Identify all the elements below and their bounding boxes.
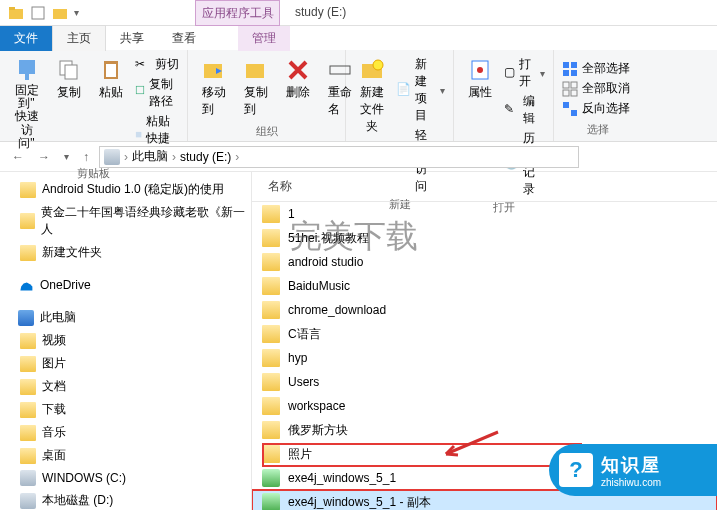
file-row[interactable]: android studio <box>252 250 717 274</box>
cut-button[interactable]: ✂剪切 <box>135 56 179 73</box>
select-all-button[interactable]: 全部选择 <box>562 60 630 77</box>
file-row[interactable]: workspace <box>252 394 717 418</box>
svg-rect-26 <box>571 90 577 96</box>
chevron-right-icon[interactable]: › <box>172 150 176 164</box>
properties-icon <box>468 58 492 82</box>
ribbon: 固定到" 快速访问" 复制 粘贴 ✂剪切 复制路径 粘贴快捷方式 剪贴板 移动到… <box>0 50 717 142</box>
nav-tree[interactable]: Android Studio 1.0 (稳定版)的使用黄金二十年国粤语经典珍藏老… <box>0 172 252 510</box>
scissors-icon: ✂ <box>135 57 151 73</box>
tab-view[interactable]: 查看 <box>158 26 210 51</box>
svg-point-16 <box>373 60 383 70</box>
svg-rect-3 <box>53 9 67 19</box>
file-row[interactable]: hyp <box>252 346 717 370</box>
folder-icon <box>262 421 280 439</box>
file-row[interactable]: chrome_download <box>252 298 717 322</box>
file-row[interactable]: 俄罗斯方块 <box>252 418 717 442</box>
nav-up-button[interactable]: ↑ <box>79 148 93 166</box>
folder-icon <box>262 397 280 415</box>
folder-icon <box>20 356 36 372</box>
nav-recent-button[interactable]: ▾ <box>60 149 73 164</box>
tree-item[interactable]: 本地磁盘 (D:) <box>0 489 251 510</box>
qat-properties-icon[interactable] <box>30 5 46 21</box>
pin-button[interactable]: 固定到" 快速访问" <box>8 54 45 154</box>
svg-rect-24 <box>571 82 577 88</box>
file-name: workspace <box>288 399 345 413</box>
chevron-right-icon[interactable]: › <box>124 150 128 164</box>
chevron-right-icon[interactable]: › <box>235 150 239 164</box>
svg-rect-23 <box>563 82 569 88</box>
tree-item[interactable]: 图片 <box>0 352 251 375</box>
tree-item-label: 图片 <box>42 355 66 372</box>
invert-selection-button[interactable]: 反向选择 <box>562 100 630 117</box>
tree-item-label: 黄金二十年国粤语经典珍藏老歌《新一人 <box>41 204 247 238</box>
new-folder-button[interactable]: 新建 文件夹 <box>354 54 390 139</box>
tree-item-label: 视频 <box>42 332 66 349</box>
window-title: study (E:) <box>295 5 346 19</box>
tree-item[interactable]: 视频 <box>0 329 251 352</box>
column-headers[interactable]: 名称 <box>252 172 717 202</box>
delete-button[interactable]: 删除 <box>280 54 316 105</box>
svg-point-18 <box>477 67 483 73</box>
properties-button[interactable]: 属性 <box>462 54 498 105</box>
tree-item[interactable]: 文档 <box>0 375 251 398</box>
drive-icon <box>104 149 120 165</box>
tree-item[interactable]: WINDOWS (C:) <box>0 467 251 489</box>
folder-icon <box>20 448 36 464</box>
file-row[interactable]: BaiduMusic <box>252 274 717 298</box>
edit-button[interactable]: ✎编辑 <box>504 93 545 127</box>
file-row[interactable]: C语言 <box>252 322 717 346</box>
address-bar[interactable]: › 此电脑 › study (E:) › <box>99 146 579 168</box>
exe-icon <box>262 493 280 510</box>
file-row[interactable]: 51hei.视频教程 <box>252 226 717 250</box>
svg-rect-25 <box>563 90 569 96</box>
nav-back-button[interactable]: ← <box>8 148 28 166</box>
qat-dropdown-icon[interactable]: ▾ <box>74 7 79 18</box>
folder-icon <box>20 213 35 229</box>
breadcrumb-drive[interactable]: study (E:) <box>180 150 231 164</box>
contextual-tab-header: 应用程序工具 <box>195 0 280 26</box>
tree-item[interactable]: OneDrive <box>0 274 251 296</box>
svg-rect-9 <box>106 64 116 77</box>
tree-item[interactable]: 桌面 <box>0 444 251 467</box>
copy-button[interactable]: 复制 <box>51 54 87 105</box>
select-none-icon <box>562 81 578 97</box>
svg-rect-27 <box>563 102 569 108</box>
paste-button[interactable]: 粘贴 <box>93 54 129 105</box>
open-button[interactable]: ▢打开▾ <box>504 56 545 90</box>
open-icon: ▢ <box>504 65 515 81</box>
tree-item[interactable]: 下载 <box>0 398 251 421</box>
folder-icon <box>262 445 280 463</box>
copy-to-button[interactable]: 复制到 <box>238 54 274 122</box>
tree-item-label: OneDrive <box>40 278 91 292</box>
svg-rect-28 <box>571 110 577 116</box>
tab-manage[interactable]: 管理 <box>238 26 290 51</box>
select-none-button[interactable]: 全部取消 <box>562 80 630 97</box>
file-row[interactable]: 1 <box>252 202 717 226</box>
tree-item[interactable]: 新建文件夹 <box>0 241 251 264</box>
move-to-button[interactable]: 移动到 <box>196 54 232 122</box>
svg-rect-21 <box>563 70 569 76</box>
new-item-button[interactable]: 📄新建项目▾ <box>396 56 445 124</box>
column-name[interactable]: 名称 <box>262 176 562 197</box>
tab-home[interactable]: 主页 <box>52 25 106 51</box>
copy-icon <box>57 58 81 82</box>
svg-rect-5 <box>25 74 29 80</box>
tree-item-label: 新建文件夹 <box>42 244 102 261</box>
tab-file[interactable]: 文件 <box>0 26 52 51</box>
tree-item[interactable]: 黄金二十年国粤语经典珍藏老歌《新一人 <box>0 201 251 241</box>
folder-icon <box>20 333 36 349</box>
file-name: chrome_download <box>288 303 386 317</box>
tab-share[interactable]: 共享 <box>106 26 158 51</box>
breadcrumb-pc[interactable]: 此电脑 <box>132 148 168 165</box>
folder-icon <box>20 379 36 395</box>
qat-new-folder-icon[interactable] <box>52 5 68 21</box>
svg-rect-7 <box>65 65 77 79</box>
tree-item[interactable]: 此电脑 <box>0 306 251 329</box>
tree-item[interactable]: 音乐 <box>0 421 251 444</box>
drive-icon <box>20 493 36 509</box>
file-name: BaiduMusic <box>288 279 350 293</box>
file-row[interactable]: Users <box>252 370 717 394</box>
tree-item[interactable]: Android Studio 1.0 (稳定版)的使用 <box>0 178 251 201</box>
copy-path-button[interactable]: 复制路径 <box>135 76 179 110</box>
nav-forward-button[interactable]: → <box>34 148 54 166</box>
